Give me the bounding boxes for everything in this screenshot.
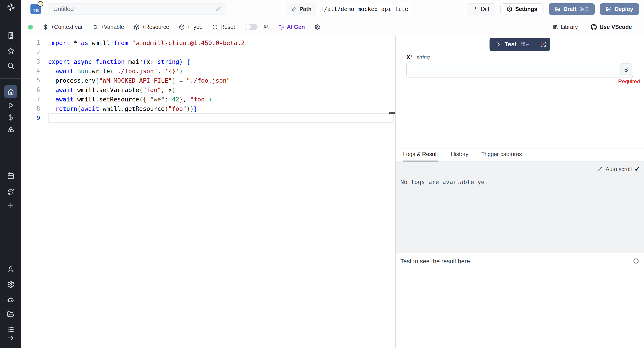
package-icon [134, 24, 140, 30]
result-tabs: Logs & Result History Trigger captures [396, 148, 644, 162]
code-line-7[interactable]: 7 await wmill.setResource({ "we": 42}, "… [21, 94, 395, 104]
github-icon [591, 24, 597, 30]
x-input[interactable]: $ [406, 62, 634, 78]
tab-history[interactable]: History [451, 151, 468, 162]
bun-runtime-icon [38, 1, 44, 7]
diff-label: Diff [481, 6, 489, 12]
add-variable-button[interactable]: +Variable [92, 24, 124, 30]
script-title: Untitled [53, 6, 215, 12]
sidebar-item-triggers[interactable] [7, 188, 14, 196]
windmill-logo-icon[interactable] [6, 2, 16, 12]
sidebar-item-list[interactable] [7, 326, 14, 334]
collaborators-button[interactable] [263, 24, 269, 30]
path-field[interactable]: Path f/all/demo_mocked_api_file [286, 3, 413, 15]
draft-shortcut: ⌘S [580, 6, 589, 12]
toggle-knob [245, 24, 251, 30]
expand-icon[interactable] [598, 166, 602, 172]
sidebar-item-settings[interactable] [7, 280, 14, 288]
editor-settings-button[interactable] [314, 24, 320, 30]
favorites-star-icon[interactable] [7, 47, 14, 55]
route-icon [7, 188, 14, 196]
deploy-button[interactable]: Deploy [600, 3, 639, 15]
code-line-6[interactable]: 6 await wmill.setVariable("foo", x) [21, 85, 395, 94]
folder-open-icon [7, 310, 14, 318]
indent-guide [50, 66, 50, 113]
code-line-4[interactable]: 4 await Bun.write("./foo.json", '{}') [21, 66, 395, 76]
save-icon [606, 6, 612, 12]
capture-test-button[interactable] [536, 38, 550, 51]
rotate-cw-icon [212, 24, 218, 30]
add-context-var-button[interactable]: +Context var [42, 24, 83, 30]
code-line-2[interactable]: 2 [21, 48, 395, 57]
result-panel: Test to see the result here [396, 252, 644, 348]
use-vscode-button[interactable]: Use VScode [591, 24, 632, 30]
line-number: 7 [21, 96, 48, 102]
add-type-button[interactable]: +Type [179, 24, 203, 30]
sidebar-item-resources[interactable] [7, 126, 14, 134]
code-line-8[interactable]: 8 return(await wmill.getResource("foo"))… [21, 104, 395, 113]
gear-icon [314, 24, 320, 30]
code-lines: 1import * as wmill from "windmill-client… [21, 38, 395, 123]
diff-button[interactable]: Diff [467, 3, 495, 15]
sidebar-item-ai[interactable] [7, 296, 14, 304]
tab-logs-result[interactable]: Logs & Result [403, 151, 438, 162]
path-value[interactable]: f/all/demo_mocked_api_file [316, 3, 412, 15]
sidebar-item-variables[interactable] [7, 113, 14, 121]
info-icon[interactable] [633, 258, 639, 264]
logs-empty-message: No logs are available yet [400, 179, 488, 186]
dollar-sign-icon [7, 113, 14, 121]
auto-scroll-control[interactable]: Auto scroll ✔ [598, 166, 640, 173]
script-title-field[interactable]: Untitled [48, 3, 226, 14]
test-shortcut: ⌘↵ [520, 41, 530, 48]
required-label: Required [618, 78, 640, 85]
tab-trigger-captures[interactable]: Trigger captures [481, 151, 522, 162]
robot-icon [7, 296, 14, 304]
settings-button[interactable]: Settings [500, 3, 544, 15]
sidebar-add-button[interactable] [7, 202, 14, 210]
draft-label: Draft [564, 6, 576, 12]
code-line-3[interactable]: 3export async function main(x: string) { [21, 57, 395, 66]
current-line-highlight [48, 113, 394, 123]
code-line-5[interactable]: 5 process.env["WM_MOCKED_API_FILE"] = ".… [21, 76, 395, 85]
reset-button[interactable]: Reset [212, 24, 235, 30]
path-label-section[interactable]: Path [287, 3, 316, 15]
home-icon [7, 88, 14, 95]
test-button-group: Test ⌘↵ [490, 38, 550, 51]
line-number: 9 [21, 115, 48, 121]
ai-gen-button[interactable]: AI Gen [278, 24, 305, 30]
search-icon[interactable] [7, 62, 14, 70]
capture-frame-icon [540, 41, 547, 48]
type-label: +Type [187, 24, 203, 30]
draft-button[interactable]: Draft ⌘S [548, 3, 594, 15]
workspace-building-icon[interactable] [7, 32, 14, 39]
sidebar-item-folders[interactable] [7, 310, 14, 318]
code-line-1[interactable]: 1import * as wmill from "windmill-client… [21, 38, 395, 48]
checkmark-icon[interactable]: ✔ [634, 166, 640, 173]
boxes-icon [7, 126, 14, 134]
use-vscode-label: Use VScode [600, 24, 632, 30]
sidebar-item-runs[interactable] [7, 102, 14, 109]
sidebar-item-schedules[interactable] [7, 172, 14, 180]
sidebar-item-account[interactable] [7, 265, 14, 273]
library-button[interactable]: Library [552, 24, 578, 30]
plus-icon [7, 202, 14, 210]
line-number: 3 [21, 58, 48, 65]
resize-handle[interactable] [630, 73, 634, 77]
code-line-9[interactable]: 9 [21, 113, 395, 123]
gear-icon [7, 280, 14, 288]
sidebar-item-home[interactable] [4, 85, 17, 98]
resource-label: +Resource [142, 24, 169, 30]
sidebar-expand-button[interactable] [7, 334, 14, 342]
arg-type: string [416, 54, 430, 60]
code-editor[interactable]: 1import * as wmill from "windmill-client… [21, 36, 395, 348]
test-button[interactable]: Test ⌘↵ [490, 38, 536, 51]
list-icon [7, 326, 14, 334]
gear-icon [507, 6, 512, 12]
edit-pencil-icon[interactable] [215, 6, 221, 12]
editor-toolbar: +Context var +Variable +Resource +Type R… [21, 18, 644, 36]
add-resource-button[interactable]: +Resource [134, 24, 169, 30]
windmill-script-editor: TS Untitled Path f/all/demo_mocked_api_f… [0, 0, 644, 348]
user-icon [7, 265, 14, 273]
save-icon [555, 6, 560, 12]
collab-toggle[interactable] [245, 24, 258, 30]
